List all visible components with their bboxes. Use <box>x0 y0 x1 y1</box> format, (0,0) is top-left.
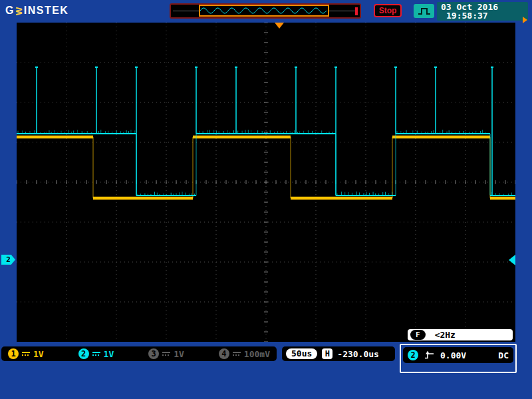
channel1-badge: 1 <box>8 348 19 359</box>
channel2-badge: 2 <box>78 348 89 359</box>
channel-status-bar: 1 1V 2 1V 3 1V 4 100mV <box>1 346 277 361</box>
timebase-value: 50us <box>286 348 317 359</box>
trigger-level-value: 0.00V <box>440 350 466 360</box>
frequency-value: <2Hz <box>435 330 456 340</box>
trigger-status-panel: 2 0.00V DC <box>400 344 517 373</box>
coupling-icon-dc <box>233 352 241 356</box>
memory-waveform-icon <box>200 6 328 15</box>
run-stop-indicator: Stop <box>374 4 402 17</box>
waveform-plot <box>17 23 515 342</box>
trigger-status-pill: 2 0.00V DC <box>403 347 513 363</box>
horizontal-status-bar: 50us H -230.0us <box>282 346 395 361</box>
coupling-icon-dc <box>92 352 100 356</box>
time-text: 19:58:37 <box>441 11 528 20</box>
acquisition-memory-bar <box>170 3 361 19</box>
oscilloscope-screen: GWINSTEK Stop 03 Oct 2016 19:58:37 F <2H… <box>0 0 532 399</box>
coupling-icon-dc <box>22 352 30 356</box>
scroll-indicator-icon <box>523 17 527 23</box>
datetime-display: 03 Oct 2016 19:58:37 <box>437 2 528 21</box>
channel2-status: 2 1V <box>78 348 114 359</box>
trigger-coupling: DC <box>498 350 509 360</box>
logo-w-glyph: W <box>14 7 24 15</box>
frequency-icon: F <box>410 330 426 340</box>
coupling-icon-dc <box>162 352 170 356</box>
channel1-scale: 1V <box>33 349 44 359</box>
channel2-scale: 1V <box>104 349 114 359</box>
horizontal-icon: H <box>322 348 332 359</box>
trigger-mode-icon <box>414 4 434 18</box>
channel4-status: 4 100mV <box>219 348 270 359</box>
frequency-readout: F <2Hz <box>408 329 513 340</box>
brand-logo: GWINSTEK <box>5 5 68 17</box>
horizontal-offset: -230.0us <box>337 349 379 359</box>
channel3-scale: 1V <box>174 349 184 359</box>
channel4-badge: 4 <box>219 348 229 359</box>
waveform-display: F <2Hz <box>17 23 515 342</box>
channel3-status: 3 1V <box>148 348 184 359</box>
channel4-scale: 100mV <box>244 349 270 359</box>
channel2-position-marker: 2 <box>1 255 15 265</box>
logo-g: G <box>5 5 14 16</box>
logo-text: INSTEK <box>24 5 69 16</box>
top-bar: GWINSTEK Stop 03 Oct 2016 19:58:37 <box>0 0 532 22</box>
memory-trigger-marker <box>355 7 358 15</box>
pulse-icon <box>416 6 432 17</box>
rising-edge-icon <box>424 350 434 360</box>
channel1-status: 1 1V <box>8 348 44 359</box>
channel3-badge: 3 <box>148 348 159 359</box>
trigger-source-badge: 2 <box>408 350 418 360</box>
memory-zoom-window <box>199 5 329 17</box>
